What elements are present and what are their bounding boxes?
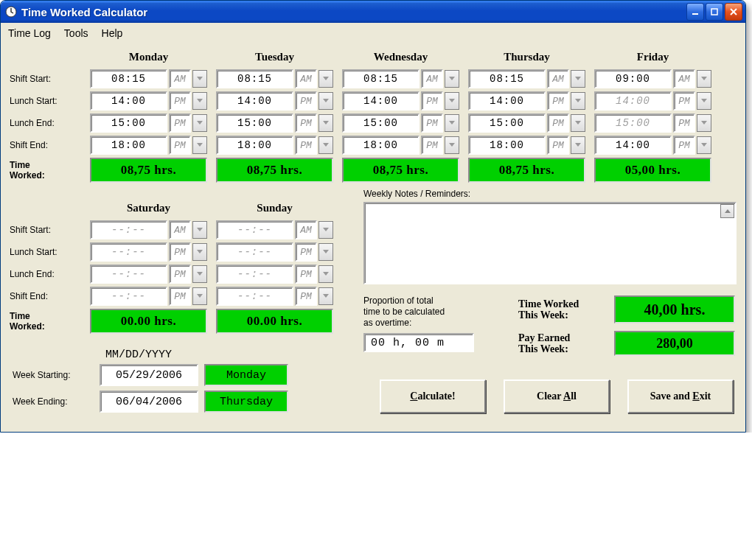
dropdown-icon[interactable] [445, 114, 459, 132]
dropdown-icon[interactable] [445, 70, 459, 88]
week-block: MM/DD/YYYY Week Starting: 05/29/2006 Mon… [13, 349, 349, 413]
week-ending-date[interactable]: 06/04/2006 [100, 391, 198, 413]
thu-shift_start-ampm: AM [547, 69, 569, 88]
days-grid-top: MondayTuesdayWednesdayThursdayFridayShif… [10, 51, 737, 184]
dropdown-icon[interactable] [192, 136, 207, 154]
dropdown-icon[interactable] [571, 70, 585, 88]
fri-shift_end-input[interactable]: 14:00 [594, 136, 672, 155]
wed-shift_start-ampm: AM [421, 69, 443, 88]
sun-lunch_end-input[interactable]: --:-- [216, 265, 293, 284]
dropdown-icon[interactable] [571, 92, 585, 110]
thu-lunch_start-input[interactable]: 14:00 [468, 91, 546, 111]
dropdown-icon[interactable] [445, 92, 459, 110]
close-button[interactable] [725, 3, 742, 21]
row-label-shift_start: Shift Start: [10, 222, 83, 238]
menu-tools[interactable]: Tools [64, 27, 88, 39]
thu-shift_end-input[interactable]: 18:00 [468, 136, 546, 155]
sun-lunch_start-input[interactable]: --:-- [216, 242, 293, 262]
tue-lunch_start-input[interactable]: 14:00 [216, 91, 293, 111]
total-time-label-2: This Week: [518, 309, 607, 321]
tue-lunch_start-ampm: PM [295, 91, 317, 111]
dropdown-icon[interactable] [192, 114, 207, 132]
dropdown-icon[interactable] [192, 287, 207, 305]
dropdown-icon[interactable] [318, 114, 333, 132]
wed-shift_start-input[interactable]: 08:15 [342, 69, 419, 88]
sat-lunch_end-input[interactable]: --:-- [90, 265, 167, 284]
sun-shift_end-input[interactable]: --:-- [216, 287, 293, 306]
dropdown-icon[interactable] [318, 92, 333, 110]
minimize-button[interactable] [686, 3, 704, 21]
maximize-button[interactable] [706, 3, 723, 21]
date-format-hint: MM/DD/YYYY [105, 349, 349, 361]
dropdown-icon[interactable] [318, 243, 333, 261]
dropdown-icon[interactable] [192, 265, 207, 283]
dropdown-icon[interactable] [192, 92, 207, 110]
day-header-fri: Friday [592, 51, 714, 68]
overtime-label-1: Proportion of total [363, 295, 496, 307]
sun-shift_end-ampm: PM [295, 287, 317, 306]
sun-shift_start-input[interactable]: --:-- [216, 220, 293, 239]
row-label-lunch_end: Lunch End: [10, 115, 83, 131]
overtime-input[interactable]: 00 h, 00 m [363, 333, 474, 352]
wed-shift_end-ampm: PM [421, 136, 443, 155]
tue-lunch_end-input[interactable]: 15:00 [216, 113, 293, 133]
dropdown-icon[interactable] [192, 221, 207, 239]
total-time-value: 40,00 hrs. [614, 295, 735, 323]
sat-shift_start-input[interactable]: --:-- [90, 220, 167, 239]
dropdown-icon[interactable] [697, 92, 711, 110]
thu-time-worked: 08,75 hrs. [468, 158, 585, 183]
mon-lunch_end-input[interactable]: 15:00 [90, 113, 167, 133]
dropdown-icon[interactable] [318, 287, 333, 305]
thu-lunch_end-ampm: PM [547, 113, 569, 133]
app-window: Time Worked Calculator Time Log Tools He… [0, 0, 746, 433]
dropdown-icon[interactable] [697, 114, 711, 132]
fri-lunch_end-input[interactable]: 15:00 [594, 113, 672, 133]
wed-lunch_start-ampm: PM [421, 91, 443, 111]
mon-shift_end-input[interactable]: 18:00 [90, 136, 167, 155]
sat-lunch_start-input[interactable]: --:-- [90, 242, 167, 262]
thu-shift_start-input[interactable]: 08:15 [468, 69, 546, 88]
save-exit-button[interactable]: Save and Exit [627, 379, 734, 413]
dropdown-icon[interactable] [697, 70, 711, 88]
dropdown-icon[interactable] [192, 243, 207, 261]
notes-textarea[interactable] [363, 202, 737, 284]
day-header-tue: Tuesday [214, 51, 335, 68]
wed-lunch_end-input[interactable]: 15:00 [342, 113, 419, 133]
tue-shift_start-input[interactable]: 08:15 [216, 69, 293, 88]
sun-time-worked: 00.00 hrs. [216, 309, 333, 334]
row-label-time-worked: TimeWorked: [10, 308, 83, 335]
menu-help[interactable]: Help [102, 27, 123, 39]
client-area: MondayTuesdayWednesdayThursdayFridayShif… [1, 43, 745, 432]
svg-rect-2 [711, 9, 717, 15]
dropdown-icon[interactable] [318, 70, 333, 88]
fri-time-worked: 05,00 hrs. [594, 158, 711, 183]
fri-lunch_start-input[interactable]: 14:00 [594, 91, 672, 111]
dropdown-icon[interactable] [318, 136, 333, 154]
week-starting-date[interactable]: 05/29/2006 [100, 364, 198, 386]
mon-lunch_start-input[interactable]: 14:00 [90, 91, 167, 111]
sat-shift_end-input[interactable]: --:-- [90, 287, 167, 306]
dropdown-icon[interactable] [571, 114, 585, 132]
dropdown-icon[interactable] [318, 265, 333, 283]
dropdown-icon[interactable] [697, 136, 711, 154]
calculate-button[interactable]: Calculate! [380, 379, 486, 413]
mon-lunch_end-ampm: PM [169, 113, 191, 133]
dropdown-icon[interactable] [318, 221, 333, 239]
mon-shift_start-input[interactable]: 08:15 [90, 69, 167, 88]
dropdown-icon[interactable] [192, 70, 207, 88]
window-title: Time Worked Calculator [21, 6, 686, 18]
fri-shift_start-input[interactable]: 09:00 [594, 69, 672, 88]
dropdown-icon[interactable] [445, 136, 459, 154]
mon-shift_start-ampm: AM [169, 69, 191, 88]
scroll-up-icon[interactable] [720, 204, 734, 218]
tue-shift_end-input[interactable]: 18:00 [216, 136, 293, 155]
menu-time-log[interactable]: Time Log [8, 27, 51, 39]
app-icon [5, 6, 17, 18]
thu-lunch_end-input[interactable]: 15:00 [468, 113, 546, 133]
overtime-label-3: as overtime: [363, 318, 496, 329]
days-grid-bottom: SaturdaySundayShift Start:--:--AM--:--AM… [10, 202, 349, 335]
clear-all-button[interactable]: Clear All [504, 379, 610, 413]
wed-shift_end-input[interactable]: 18:00 [342, 136, 419, 155]
dropdown-icon[interactable] [571, 136, 585, 154]
wed-lunch_start-input[interactable]: 14:00 [342, 91, 419, 111]
